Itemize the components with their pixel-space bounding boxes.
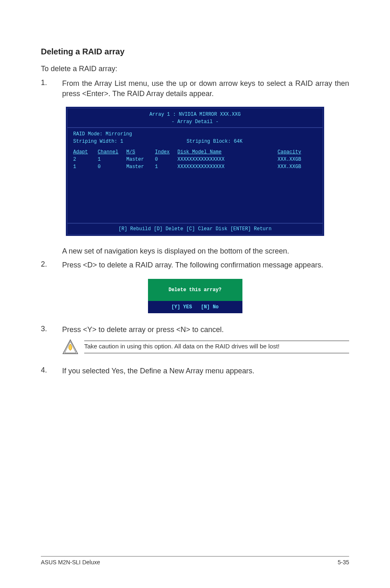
step-3: 3. Press <Y> to delete array or press <N…	[41, 325, 349, 334]
step-number-blank	[41, 246, 62, 256]
step-1: 1. From the Array List menu, use the up …	[41, 79, 349, 99]
striping-info: Striping Width: 1 Striping Block: 64K	[73, 138, 317, 145]
page-footer: ASUS M2N-SLI Deluxe 5-35	[41, 556, 349, 566]
col-channel: Channel	[98, 149, 126, 155]
bios-footer-keys: [R] Rebuild [D] Delete [C] Clear Disk [E…	[67, 224, 323, 234]
cell-model: XXXXXXXXXXXXXXXX	[177, 157, 278, 162]
raid-mode: RAID Mode: Mirroring	[73, 130, 317, 138]
striping-width: Striping Width: 1	[73, 139, 123, 144]
bios-array-detail-screen: Array 1 : NVIDIA MIRROR XXX.XXG - Array …	[66, 107, 324, 236]
cell-adapt: 1	[73, 164, 98, 170]
cell-ms: Master	[126, 164, 155, 170]
intro-text: To delete a RAID array:	[41, 64, 349, 74]
step-text: If you selected Yes, the Define a New Ar…	[62, 366, 349, 376]
cell-adapt: 2	[73, 157, 98, 162]
bios-table-header: Adapt Channel M/S Index Disk Model Name …	[73, 149, 317, 155]
cell-cap: XXX.XXGB	[278, 157, 310, 162]
table-row: 2 1 Master 0 XXXXXXXXXXXXXXXX XXX.XXGB	[73, 155, 317, 162]
step-2: 2. Press <D> to delete a RAID array. The…	[41, 260, 349, 270]
cell-ms: Master	[126, 157, 155, 162]
step-text: From the Array List menu, use the up or …	[62, 79, 349, 99]
cell-model: XXXXXXXXXXXXXXXX	[177, 164, 278, 170]
bios-body: RAID Mode: Mirroring Striping Width: 1 S…	[67, 128, 323, 223]
col-adapt: Adapt	[73, 149, 98, 155]
dialog-question: Delete this array?	[148, 279, 242, 301]
col-ms: M/S	[126, 149, 155, 155]
col-cap: Capacity	[278, 149, 310, 155]
footer-product: ASUS M2N-SLI Deluxe	[41, 559, 100, 566]
bios-title-line2: - Array Detail -	[171, 119, 218, 125]
delete-array-dialog: Delete this array? [Y] YES[N] No	[148, 279, 242, 313]
step-text: Press <Y> to delete array or press <N> t…	[62, 325, 349, 334]
striping-block: Striping Block: 64K	[186, 139, 242, 144]
caution-triangle-icon	[62, 339, 78, 356]
caution-text-wrap: Take caution in using this option. All d…	[84, 339, 349, 355]
cell-index: 1	[155, 164, 177, 170]
cell-index: 0	[155, 157, 177, 162]
col-model: Disk Model Name	[177, 149, 278, 155]
col-index: Index	[155, 149, 177, 155]
section-heading: Deleting a RAID array	[41, 47, 349, 56]
step-text: A new set of navigation keys is displaye…	[62, 246, 349, 256]
dialog-buttons: [Y] YES[N] No	[148, 301, 242, 313]
step-text: Press <D> to delete a RAID array. The fo…	[62, 260, 349, 270]
step-1-post: A new set of navigation keys is displaye…	[41, 246, 349, 256]
step-4: 4. If you selected Yes, the Define a New…	[41, 366, 349, 376]
dialog-no: [N] No	[201, 304, 219, 310]
bios-title-line1: Array 1 : NVIDIA MIRROR XXX.XXG	[149, 112, 240, 117]
cell-cap: XXX.XXGB	[278, 164, 310, 170]
bios-header: Array 1 : NVIDIA MIRROR XXX.XXG - Array …	[67, 108, 323, 127]
caution-text: Take caution in using this option. All d…	[84, 343, 349, 351]
step-number: 4.	[41, 366, 62, 376]
cell-channel: 0	[98, 164, 126, 170]
step-number: 1.	[41, 79, 62, 99]
step-number: 3.	[41, 325, 62, 334]
footer-page-number: 5-35	[338, 559, 349, 566]
dialog-yes: [Y] YES	[171, 304, 192, 310]
table-row: 1 0 Master 1 XXXXXXXXXXXXXXXX XXX.XXGB	[73, 162, 317, 170]
step-number: 2.	[41, 260, 62, 270]
cell-channel: 1	[98, 157, 126, 162]
caution-block: Take caution in using this option. All d…	[62, 339, 349, 356]
